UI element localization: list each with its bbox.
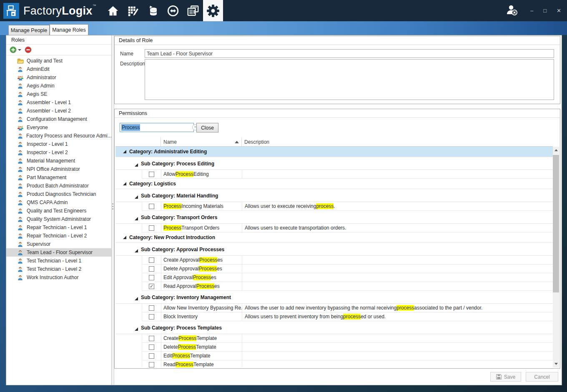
subcategory-row[interactable]: Sub Category: Process Templates — [115, 321, 553, 334]
permission-name: Edit Approval Processes — [161, 273, 242, 282]
dropdown-caret-icon[interactable] — [18, 49, 21, 51]
close-button[interactable]: ✕ — [557, 8, 561, 13]
permission-checkbox[interactable] — [149, 345, 154, 350]
permission-checkbox[interactable] — [149, 225, 154, 231]
permission-checkbox[interactable] — [149, 336, 154, 341]
user-icon — [17, 266, 24, 272]
role-item[interactable]: Product Batch Administrator — [6, 182, 111, 190]
home-icon[interactable] — [103, 0, 123, 21]
permission-checkbox[interactable] — [149, 353, 154, 359]
role-item[interactable]: QMS CAPA Admin — [6, 198, 111, 207]
permission-row: Edit Process Template — [115, 352, 553, 360]
permission-checkbox[interactable] — [149, 314, 154, 320]
user-icon — [17, 233, 24, 239]
documents-icon[interactable] — [183, 0, 203, 21]
permission-checkbox[interactable] — [149, 305, 154, 311]
save-button[interactable]: Save — [490, 372, 521, 382]
collapse-triangle-icon[interactable] — [123, 182, 126, 185]
permission-checkbox[interactable] — [149, 204, 154, 209]
category-row[interactable]: Category: Administrative Editing — [115, 147, 553, 157]
role-item[interactable]: Factory Process and Resource Admi... — [6, 132, 111, 140]
role-item[interactable]: NPI Office Administrator — [6, 165, 111, 173]
user-icon — [17, 200, 24, 206]
role-item[interactable]: Work Instruction Author — [6, 273, 111, 282]
subcategory-row[interactable]: Sub Category: Transport Orders — [115, 211, 553, 224]
minimize-button[interactable]: – — [530, 8, 533, 13]
subcategory-row[interactable]: Sub Category: Process Editing — [115, 157, 553, 170]
permission-row: Delete Approval Processes — [115, 265, 553, 273]
collapse-triangle-icon[interactable] — [135, 163, 138, 167]
scrollbar-thumb[interactable] — [553, 155, 559, 292]
cancel-button[interactable]: Cancel — [526, 372, 558, 382]
collapse-triangle-icon[interactable] — [135, 249, 138, 252]
permission-checkbox[interactable] — [149, 362, 154, 367]
subcategory-row[interactable]: Sub Category: Inventory Management — [115, 291, 553, 304]
permission-name: Allow Process Editing — [161, 170, 242, 179]
name-column-header[interactable]: Name — [161, 137, 242, 146]
permission-row: Create Approval Processes — [115, 256, 553, 265]
role-description-input[interactable] — [145, 59, 554, 100]
role-item[interactable]: Administrator — [6, 73, 111, 82]
role-item[interactable]: Team Lead - Floor Supervisor — [6, 248, 111, 257]
materials-icon[interactable] — [143, 0, 163, 21]
collapse-triangle-icon[interactable] — [135, 217, 138, 220]
permission-checkbox[interactable] — [149, 257, 154, 263]
role-label: Administrator — [27, 75, 56, 80]
role-item[interactable]: Assembler - Level 2 — [6, 107, 111, 115]
tab-manage-roles[interactable]: Manage Roles — [50, 24, 88, 35]
subcategory-row[interactable]: Sub Category: Material Handling — [115, 189, 553, 202]
role-item[interactable]: Aegis Admin — [6, 82, 111, 90]
app-title: FactoryLogix™ — [23, 4, 96, 17]
category-row[interactable]: Category: New Product Introduction — [115, 232, 553, 243]
production-plan-icon[interactable] — [123, 0, 143, 21]
permission-checkbox[interactable] — [149, 172, 154, 177]
collapse-triangle-icon[interactable] — [135, 327, 138, 331]
checkbox-column-header[interactable] — [115, 137, 161, 146]
role-item[interactable]: Part Management — [6, 173, 111, 182]
role-item[interactable]: Quality System Administrator — [6, 215, 111, 223]
scroll-down-icon[interactable] — [553, 360, 559, 367]
collapse-triangle-icon[interactable] — [123, 236, 126, 239]
role-item[interactable]: Inspector - Level 2 — [6, 148, 111, 157]
role-item[interactable]: Material Management — [6, 157, 111, 165]
collapse-triangle-icon[interactable] — [135, 297, 138, 300]
role-item[interactable]: Quality and Test Engineers — [6, 207, 111, 215]
subcategory-label: Sub Category: Approval Processes — [141, 247, 224, 252]
tab-manage-people[interactable]: Manage People — [8, 25, 50, 35]
category-row[interactable]: Category: Logistics — [115, 179, 553, 189]
role-item[interactable]: Aegis SE — [6, 90, 111, 98]
permission-checkbox[interactable] — [149, 275, 154, 280]
role-item[interactable]: Everyone — [6, 123, 111, 132]
permission-row: Read Process Template — [115, 360, 553, 367]
permission-name: Delete Approval Processes — [161, 265, 242, 273]
role-item[interactable]: Supervisor — [6, 240, 111, 248]
role-item[interactable]: Repair Technician - Level 2 — [6, 232, 111, 240]
vertical-scrollbar[interactable] — [553, 147, 559, 367]
role-item[interactable]: Repair Technician - Level 1 — [6, 223, 111, 232]
remove-role-icon[interactable] — [24, 46, 32, 54]
settings-gear-icon[interactable] — [203, 0, 223, 21]
permission-checkbox[interactable]: ✓ — [149, 284, 154, 289]
maximize-button[interactable]: □ — [543, 8, 547, 13]
role-item[interactable]: Product Diagnostics Technician — [6, 190, 111, 198]
role-item[interactable]: AdminEdit — [6, 65, 111, 73]
role-item[interactable]: Configuration Management — [6, 115, 111, 123]
collapse-triangle-icon[interactable] — [123, 150, 126, 153]
permission-checkbox[interactable] — [149, 266, 154, 272]
role-item[interactable]: Test Technician - Level 1 — [6, 257, 111, 265]
close-search-button[interactable]: Close — [196, 123, 218, 132]
role-item[interactable]: Inspector - Level 1 — [6, 140, 111, 148]
roles-panel-title: Roles — [6, 35, 111, 45]
role-item[interactable]: Assembler - Level 1 — [6, 98, 111, 107]
role-name-input[interactable] — [145, 49, 554, 58]
add-role-icon[interactable] — [9, 46, 17, 54]
subcategory-row[interactable]: Sub Category: Approval Processes — [115, 243, 553, 256]
collapse-triangle-icon[interactable] — [135, 195, 138, 199]
role-item[interactable]: Quality and Test — [6, 57, 111, 65]
role-item[interactable]: Test Technician - Level 2 — [6, 265, 111, 273]
permissions-search-input[interactable]: Process — [120, 123, 194, 132]
transfer-icon[interactable] — [163, 0, 183, 21]
description-column-header[interactable]: Description — [242, 137, 553, 146]
logout-user-icon[interactable] — [505, 4, 519, 17]
scroll-up-icon[interactable] — [553, 147, 559, 154]
